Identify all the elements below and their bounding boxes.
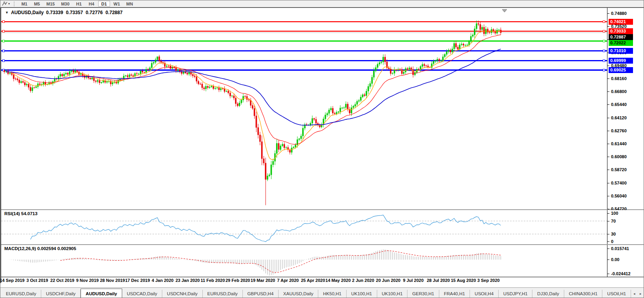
timeframe-button-m30[interactable]: M30	[58, 1, 72, 7]
rsi-axis[interactable]: 10070300	[607, 210, 644, 244]
bull-candle-bodies	[6, 24, 499, 179]
hline-handle[interactable]	[603, 50, 605, 52]
rsi-tick-mark	[607, 213, 609, 214]
hline-resistance-0.74021[interactable]	[1, 21, 607, 23]
timeframe-button-d1[interactable]: D1	[98, 1, 110, 7]
tab-scroll-left-icon[interactable]: ◂	[631, 290, 637, 298]
hline-handle[interactable]	[603, 30, 605, 32]
hline-pivot-0.72022[interactable]	[1, 40, 607, 42]
date-axis-label: 25 Apr 2020	[301, 278, 325, 283]
hline-handle[interactable]	[3, 50, 5, 52]
chart-tab-usdchf-daily[interactable]: USDCHF,Daily	[41, 290, 81, 298]
timeframe-toolbar: ▾ M1M5M15M30H1H4D1W1MN	[0, 0, 644, 7]
chart-tab-audusd-daily[interactable]: AUDUSD,Daily	[81, 289, 122, 298]
timeframe-button-m1[interactable]: M1	[18, 1, 30, 7]
date-axis[interactable]: 14 Sep 20193 Oct 201922 Oct 20199 Nov 20…	[1, 277, 644, 283]
date-axis-label: 23 Jan 2020	[176, 278, 200, 283]
chart-tab-usoil-h4[interactable]: USOil,H4	[470, 290, 499, 298]
date-axis-label: 14 May 2020	[325, 278, 350, 283]
date-axis-label: 29 Feb 2020	[226, 278, 250, 283]
rsi-indicator-label: RSI(14) 54.0713	[4, 211, 37, 216]
chart-tab-eurusd-daily[interactable]: EURUSD,Daily	[203, 290, 243, 298]
chart-tab-dj30-daily[interactable]: DJ30,Daily	[532, 290, 564, 298]
hline-handle[interactable]	[603, 60, 605, 62]
tab-scroll-right-icon[interactable]: ▸	[637, 290, 644, 298]
hline-support-0.69999[interactable]	[1, 60, 607, 62]
macd-axis[interactable]: 0.0157410.00-0.024412	[607, 245, 644, 277]
macd-chart-plot[interactable]	[1, 245, 607, 277]
chart-shift-marker-icon[interactable]	[502, 9, 507, 12]
rsi-line	[31, 215, 501, 242]
hline-handle[interactable]	[603, 69, 605, 71]
date-axis-label: 17 Dec 2019	[125, 278, 150, 283]
chart-tab-xauusd-daily[interactable]: XAUUSD,Daily	[279, 290, 318, 298]
tool-dropdown-caret[interactable]: ▾	[8, 2, 10, 5]
date-axis-label: 14 Sep 2019	[0, 278, 25, 283]
date-axis-label: 15 Aug 2020	[451, 278, 476, 283]
price-tick-mark	[607, 144, 609, 144]
rsi-tick-label: 0	[611, 239, 613, 244]
price-tick-label: 0.58720	[611, 167, 627, 172]
chart-tab-usoil-h1[interactable]: USOil,H1	[602, 290, 631, 298]
date-axis-label: 20 Jun 2020	[376, 278, 400, 283]
timeframe-button-m5[interactable]: M5	[31, 1, 43, 7]
date-axis-label: 3 Sep 2020	[477, 278, 500, 283]
bottom-strip	[0, 283, 644, 287]
price-axis[interactable]: 0.748800.735200.721600.708000.694800.681…	[607, 8, 644, 209]
ohlc-open: 0.73339	[46, 10, 63, 15]
chart-tab-gbpusd-h4[interactable]: GBPUSD,H4	[243, 290, 279, 298]
hline-handle[interactable]	[3, 60, 5, 62]
chart-tab-fra40-h1[interactable]: FRA40,H1	[439, 290, 470, 298]
chart-dropdown-icon[interactable]: ▼	[5, 11, 9, 15]
date-axis-label: 7 Apr 2020	[277, 278, 299, 283]
rsi-tick-mark	[607, 241, 609, 242]
chart-tab-usdcnh-daily[interactable]: USDCNH,Daily	[162, 290, 203, 298]
macd-indicator-label: MACD(12,26,9) 0.002594 0.002905	[4, 246, 76, 251]
rsi-tick-mark	[607, 234, 609, 234]
timeframe-button-h1[interactable]: H1	[73, 1, 85, 7]
price-tick-mark	[607, 26, 609, 27]
price-tick-mark	[607, 196, 609, 196]
hline-resistance-0.73033[interactable]	[1, 30, 607, 32]
price-tick-label: 0.56040	[611, 194, 627, 198]
chart-tab-china300-h1[interactable]: CHINA300,H1	[564, 290, 603, 298]
rsi-tick-label: 70	[611, 219, 616, 223]
rsi-chart-plot[interactable]	[1, 210, 607, 244]
price-level-badge: 0.71010	[609, 48, 633, 54]
price-tick-mark	[607, 118, 609, 118]
draw-line-tool-icon[interactable]: ▾	[2, 1, 10, 6]
chart-tab-hk50-h1[interactable]: HK50,H1	[318, 290, 346, 298]
price-level-badge: 0.69025	[609, 67, 633, 73]
price-tick-label: 0.66800	[611, 89, 627, 94]
hline-handle[interactable]	[603, 21, 605, 23]
macd-tick-mark	[607, 249, 609, 249]
price-tick-label: 0.74880	[611, 11, 627, 16]
timeframe-button-h4[interactable]: H4	[86, 1, 97, 7]
chart-tab-eurusd-daily[interactable]: EURUSD,Daily	[1, 290, 41, 298]
rsi-tick-label: 30	[611, 232, 616, 236]
hline-handle[interactable]	[603, 40, 605, 42]
ma-fast-orange	[6, 31, 501, 160]
chart-tab-uk100-h1[interactable]: UK100,H1	[347, 290, 377, 298]
chart-tab-ger30-h1[interactable]: GER30,H1	[407, 290, 439, 298]
timeframe-button-mn[interactable]: MN	[123, 1, 136, 7]
hline-handle[interactable]	[3, 40, 5, 42]
hline-handle[interactable]	[3, 30, 5, 32]
macd-tick-mark	[607, 274, 609, 274]
timeframe-buttons: M1M5M15M30H1H4D1W1MN	[18, 1, 136, 7]
hline-handle[interactable]	[3, 21, 5, 23]
date-axis-label: 3 Oct 2019	[26, 278, 48, 283]
hline-support-0.69025[interactable]	[1, 69, 607, 71]
macd-tick-mark	[607, 260, 609, 260]
price-chart-plot[interactable]	[1, 8, 607, 209]
timeframe-button-m15[interactable]: M15	[44, 1, 57, 7]
price-tick-mark	[607, 104, 609, 105]
chart-tab-usdjpy-h1[interactable]: USDJPY,H1	[499, 290, 533, 298]
date-axis-label: 2 Jun 2020	[352, 278, 374, 283]
chart-tab-usdcad-daily[interactable]: USDCAD,Daily	[122, 290, 162, 298]
chart-tab-bar: EURUSD,DailyUSDCHF,DailyAUDUSD,DailyUSDC…	[0, 287, 644, 298]
timeframe-button-w1[interactable]: W1	[111, 1, 123, 7]
hline-support-0.7101[interactable]	[1, 50, 607, 52]
chart-symbol-period: AUDUSD,Daily	[11, 10, 44, 15]
chart-tab-uk100-h1[interactable]: UK100,H1	[377, 290, 408, 298]
